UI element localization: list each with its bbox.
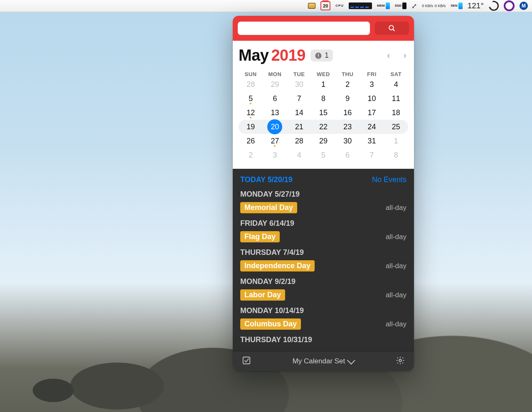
calendar-day[interactable]: 3 [263, 148, 287, 162]
week-row: 2345678 [239, 148, 408, 162]
menubar-malwarebytes-icon[interactable]: M [520, 2, 528, 10]
calendar-day[interactable]: 4 [287, 148, 311, 162]
prev-month-button[interactable]: ‹ [385, 50, 392, 61]
calendar-day[interactable]: 26 [239, 134, 263, 148]
event-group: THURSDAY 7/4/19Independence Dayall-day [240, 248, 406, 271]
calendar-day[interactable]: 7 [360, 148, 384, 162]
calendar-day[interactable]: 29 [311, 134, 335, 148]
calendar-day[interactable]: 10 [360, 91, 384, 106]
event-group: FRIDAY 6/14/19Flag Dayall-day [240, 219, 406, 242]
calendar-day[interactable]: 25 [384, 120, 408, 134]
calendar-day[interactable]: 8 [384, 148, 408, 162]
event-row[interactable]: Columbus Dayall-day [240, 318, 406, 330]
calendar-day[interactable]: 16 [335, 106, 360, 120]
today-row: TODAY 5/20/19 No Events [240, 175, 406, 184]
calendar-popover: May2019 1 ‹ › SUNMONTUEWEDTHUFRISAT 2829… [233, 16, 414, 371]
calendar-day[interactable]: 17 [360, 106, 384, 120]
popover-bottom-bar: My Calendar Set [233, 351, 414, 371]
next-month-button[interactable]: › [402, 50, 408, 61]
weekday-label: TUE [287, 71, 311, 77]
week-row: 567891011 [239, 91, 408, 106]
menubar-sen-icon[interactable]: SEN [451, 2, 462, 9]
search-input[interactable] [238, 22, 370, 35]
calendar-day[interactable]: 2 [335, 77, 360, 91]
calendar-day[interactable]: 13 [263, 106, 287, 120]
alert-badge[interactable]: 1 [310, 49, 333, 62]
reminders-toggle[interactable] [239, 355, 254, 367]
settings-button[interactable] [393, 355, 407, 367]
calendar-day[interactable]: 18 [384, 106, 408, 120]
calendar-day[interactable]: 4 [384, 77, 408, 91]
weekday-label: WED [311, 71, 335, 77]
calendar-day[interactable]: 23 [335, 120, 360, 134]
menubar-calendar-icon[interactable]: 20 [320, 1, 330, 10]
calendar-day[interactable]: 29 [263, 77, 287, 91]
menubar-refresh-icon[interactable] [489, 1, 499, 11]
calendar-day[interactable]: 6 [263, 91, 287, 106]
event-row[interactable]: Labor Dayall-day [240, 289, 406, 301]
calendar-section: May2019 1 ‹ › SUNMONTUEWEDTHUFRISAT 2829… [233, 41, 414, 169]
calendar-day[interactable]: 2 [239, 148, 263, 162]
calendar-header: May2019 1 ‹ › [239, 47, 408, 64]
calendar-day[interactable]: 1 [384, 134, 408, 148]
calendar-day[interactable]: 8 [311, 91, 335, 106]
menubar-mem-icon[interactable]: MEM [377, 2, 390, 9]
calendar-day[interactable]: 15 [311, 106, 335, 120]
calendar-day[interactable]: 9 [335, 91, 360, 106]
menubar-temperature[interactable]: 121° [468, 1, 484, 10]
calendar-day[interactable]: 6 [335, 148, 360, 162]
calendar-day[interactable]: 12 [239, 106, 263, 120]
calendar-day[interactable]: 30 [335, 134, 360, 148]
calendar-day[interactable]: 24 [360, 120, 384, 134]
calendar-day[interactable]: 11 [384, 91, 408, 106]
today-marker: 20 [267, 119, 282, 134]
event-group: MONDAY 9/2/19Labor Dayall-day [240, 277, 406, 301]
calendar-day[interactable]: 28 [287, 134, 311, 148]
event-time: all-day [386, 320, 406, 328]
menubar-cpu-gauge[interactable] [349, 2, 372, 9]
svg-rect-4 [318, 57, 319, 58]
svg-rect-5 [243, 357, 250, 364]
event-row[interactable]: Memorial Dayall-day [240, 202, 406, 213]
calendar-day[interactable]: 30 [287, 77, 311, 91]
calendar-day[interactable]: 20 [263, 120, 287, 134]
event-time: all-day [386, 291, 406, 299]
calendar-day[interactable]: 3 [360, 77, 384, 91]
search-icon [388, 25, 396, 32]
menubar: 20 CPU MEM SSD ⤢ 0 KB/s0 KB/s SEN 121° M [0, 0, 532, 12]
event-row[interactable]: Flag Dayall-day [240, 231, 406, 242]
menubar-expand-icon[interactable]: ⤢ [411, 2, 417, 10]
search-button[interactable] [375, 22, 409, 35]
calendar-day[interactable]: 14 [287, 106, 311, 120]
calendar-day[interactable]: 28 [239, 77, 263, 91]
event-row[interactable]: Independence Dayall-day [240, 260, 406, 271]
event-date-heading: FRIDAY 6/14/19 [240, 219, 406, 228]
calendar-day[interactable]: 7 [287, 91, 311, 106]
menubar-ssd-icon[interactable]: SSD [395, 2, 406, 9]
checkbox-icon [242, 356, 251, 365]
calendar-day[interactable]: 1 [311, 77, 335, 91]
calendar-day[interactable]: 21 [287, 120, 311, 134]
calendar-day[interactable]: 27 [263, 134, 287, 148]
alert-count: 1 [325, 51, 329, 60]
calendar-day[interactable]: 5 [239, 91, 263, 106]
week-row: 12131415161718 [239, 106, 408, 120]
calendar-set-selector[interactable]: My Calendar Set [293, 357, 355, 365]
weekday-row: SUNMONTUEWEDTHUFRISAT [239, 71, 408, 77]
calendar-day[interactable]: 31 [360, 134, 384, 148]
weekday-label: MON [263, 71, 287, 77]
svg-point-6 [399, 359, 401, 362]
calendar-day[interactable]: 19 [239, 120, 263, 134]
calendar-day[interactable]: 5 [311, 148, 335, 162]
weekday-label: THU [335, 71, 360, 77]
event-date-heading: MONDAY 5/27/19 [240, 190, 406, 199]
no-events-label: No Events [372, 175, 406, 184]
menubar-sync-icon[interactable] [504, 0, 515, 11]
weekday-label: SUN [239, 71, 263, 77]
event-time: all-day [386, 204, 406, 212]
chevron-down-icon [347, 356, 355, 365]
menubar-network-stats[interactable]: 0 KB/s0 KB/s [422, 4, 446, 8]
calendar-day[interactable]: 22 [311, 120, 335, 134]
week-row: 19202122232425 [239, 120, 408, 134]
menubar-photo-icon[interactable] [308, 3, 315, 9]
